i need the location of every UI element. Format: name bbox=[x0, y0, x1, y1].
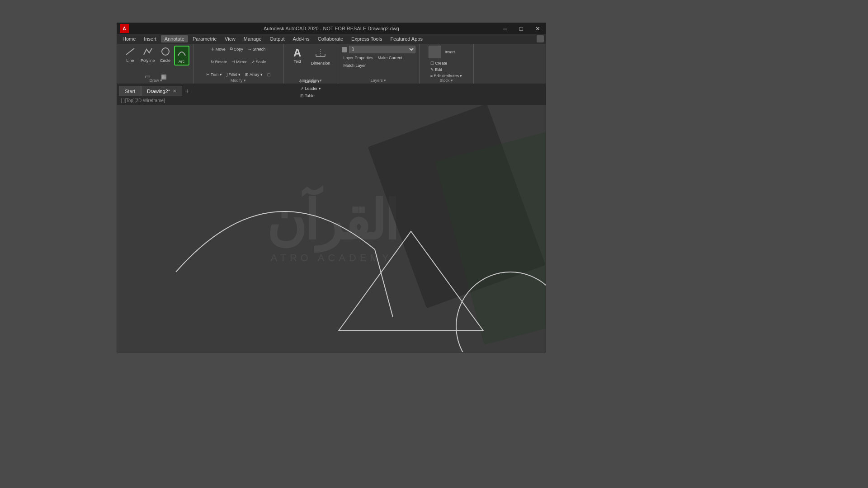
rotate-tool[interactable]: ↻ Rotate bbox=[209, 59, 229, 65]
insert-block-tool[interactable]: Insert bbox=[443, 49, 457, 55]
rotate-icon: ↻ bbox=[211, 60, 214, 64]
copy-icon: ⧉ bbox=[230, 47, 233, 52]
ribbon-content: Line Polyline bbox=[117, 44, 546, 84]
search-icon[interactable] bbox=[537, 35, 544, 42]
layer-icon bbox=[342, 47, 347, 52]
leader-tool[interactable]: ↗ Leader ▾ bbox=[298, 85, 323, 92]
close-button[interactable]: ✕ bbox=[529, 23, 546, 34]
text-tool[interactable]: A Text bbox=[288, 46, 307, 67]
erase-tool[interactable]: ◻ bbox=[265, 71, 272, 78]
drawing-canvas[interactable]: القرآن ATRO ACADEMY bbox=[117, 105, 546, 352]
line-tool[interactable]: Line bbox=[123, 46, 138, 66]
tab-start-label: Start bbox=[125, 89, 135, 94]
fillet-tool[interactable]: ∫ Fillet ▾ bbox=[225, 71, 242, 78]
svg-line-0 bbox=[126, 48, 134, 55]
modify-tools-row1: ✛ Move ⧉ Copy ↔ Stretch bbox=[209, 46, 268, 52]
dimension-label: Dimension bbox=[311, 61, 330, 66]
circle-tool[interactable]: Circle bbox=[158, 46, 173, 66]
block-group-label: Block ▾ bbox=[439, 78, 453, 83]
move-icon: ✛ bbox=[211, 47, 215, 52]
menu-bar: Home Insert Annotate Parametric View Man… bbox=[117, 34, 546, 44]
arc-label: Arc bbox=[179, 59, 185, 64]
tab-drawing2-close[interactable]: ✕ bbox=[173, 89, 176, 94]
circle-icon bbox=[160, 47, 170, 58]
viewport-label-text: [-][Top][2D Wireframe] bbox=[121, 98, 165, 103]
dimension-icon bbox=[315, 47, 326, 60]
layer-select[interactable]: 0 bbox=[349, 46, 415, 53]
tabs-bar: Start Drawing2* ✕ + bbox=[117, 84, 546, 96]
modify-tools-row2: ↻ Rotate ⊣ Mirror ⤢ Scale bbox=[209, 59, 268, 65]
match-layer-tool[interactable]: Match Layer bbox=[342, 62, 368, 69]
autocad-window: A Autodesk AutoCAD 2020 - NOT FOR RESALE… bbox=[117, 23, 546, 352]
scale-tool[interactable]: ⤢ Scale bbox=[250, 59, 268, 65]
circle-label: Circle bbox=[160, 58, 170, 63]
polyline-label: Polyline bbox=[141, 58, 155, 63]
canvas-svg bbox=[117, 105, 546, 352]
draw-group: Line Polyline bbox=[119, 44, 193, 84]
layers-group: 0 Layer Properties Make Current Match La… bbox=[338, 44, 420, 84]
maximize-button[interactable]: □ bbox=[513, 23, 529, 34]
array-tool[interactable]: ⊞ Array ▾ bbox=[243, 71, 264, 78]
trim-icon: ✂ bbox=[206, 72, 210, 77]
make-current-tool[interactable]: Make Current bbox=[376, 55, 405, 61]
menu-insert[interactable]: Insert bbox=[140, 35, 160, 42]
menu-parametric[interactable]: Parametric bbox=[189, 35, 220, 42]
stretch-tool[interactable]: ↔ Stretch bbox=[246, 46, 268, 52]
menu-manage[interactable]: Manage bbox=[240, 35, 265, 42]
menu-output[interactable]: Output bbox=[266, 35, 288, 42]
copy-tool[interactable]: ⧉ Copy bbox=[228, 46, 245, 52]
menu-express-tools[interactable]: Express Tools bbox=[348, 35, 386, 42]
layer-properties-tool[interactable]: Layer Properties bbox=[342, 55, 375, 61]
modify-tools-row3: ✂ Trim ▾ ∫ Fillet ▾ ⊞ Array ▾ ◻ bbox=[204, 71, 272, 78]
annotation-group-label: Annotation ▾ bbox=[299, 78, 322, 83]
line-label: Line bbox=[126, 58, 134, 63]
mirror-icon: ⊣ bbox=[231, 60, 235, 64]
arc-tool[interactable]: Arc bbox=[174, 46, 189, 66]
move-tool[interactable]: ✛ Move bbox=[209, 46, 227, 52]
menu-annotate[interactable]: Annotate bbox=[161, 35, 188, 42]
menu-collaborate[interactable]: Collaborate bbox=[314, 35, 347, 42]
svg-point-1 bbox=[162, 48, 169, 55]
block-group: Insert ☐ Create ✎ Edit ≡ Edit Attributes… bbox=[420, 44, 474, 84]
fillet-icon: ∫ bbox=[226, 72, 227, 77]
menu-addins[interactable]: Add-ins bbox=[289, 35, 313, 42]
array-icon: ⊞ bbox=[245, 72, 249, 77]
scale-icon: ⤢ bbox=[251, 60, 255, 64]
polyline-tool[interactable]: Polyline bbox=[139, 46, 157, 66]
tab-drawing2-label: Drawing2* bbox=[147, 89, 170, 94]
draw-group-label: Draw ▾ bbox=[150, 78, 163, 83]
stretch-icon: ↔ bbox=[248, 47, 252, 52]
edit-block-tool[interactable]: ✎ Edit bbox=[429, 66, 464, 73]
minimize-button[interactable]: ─ bbox=[497, 23, 513, 34]
trim-tool[interactable]: ✂ Trim ▾ bbox=[204, 71, 224, 78]
tab-drawing2[interactable]: Drawing2* ✕ bbox=[141, 86, 182, 96]
viewport-label: [-][Top][2D Wireframe] bbox=[117, 96, 546, 105]
text-icon: A bbox=[293, 47, 301, 58]
line-icon bbox=[125, 47, 135, 58]
insert-preview bbox=[429, 46, 441, 58]
arc-icon bbox=[177, 47, 187, 59]
new-tab-button[interactable]: + bbox=[182, 86, 192, 96]
modify-group-label: Modify ▾ bbox=[231, 78, 246, 83]
modify-group: ✛ Move ⧉ Copy ↔ Stretch ↻ Rotate ⊣ Mirro… bbox=[193, 44, 284, 84]
autocad-logo: A bbox=[120, 24, 129, 33]
text-label: Text bbox=[294, 59, 302, 64]
toolbar-area: Line Polyline bbox=[117, 44, 546, 84]
create-block-tool[interactable]: ☐ Create bbox=[429, 60, 464, 66]
window-controls: ─ □ ✕ bbox=[497, 23, 546, 34]
mirror-tool[interactable]: ⊣ Mirror bbox=[230, 59, 249, 65]
tab-start[interactable]: Start bbox=[119, 86, 141, 96]
erase-icon: ◻ bbox=[267, 72, 270, 77]
table-tool[interactable]: ⊞ Table bbox=[298, 93, 323, 99]
title-bar: A Autodesk AutoCAD 2020 - NOT FOR RESALE… bbox=[117, 23, 546, 34]
dimension-tool[interactable]: Dimension bbox=[308, 46, 333, 67]
annotation-group: A Text Dimension bbox=[284, 44, 338, 84]
menu-featured-apps[interactable]: Featured Apps bbox=[387, 35, 426, 42]
menu-view[interactable]: View bbox=[221, 35, 239, 42]
draw-tools: Line Polyline bbox=[123, 46, 189, 66]
polyline-icon bbox=[143, 47, 153, 58]
window-title: Autodesk AutoCAD 2020 - NOT FOR RESALE D… bbox=[264, 26, 399, 31]
layers-group-label: Layers ▾ bbox=[371, 78, 387, 83]
menu-home[interactable]: Home bbox=[119, 35, 139, 42]
